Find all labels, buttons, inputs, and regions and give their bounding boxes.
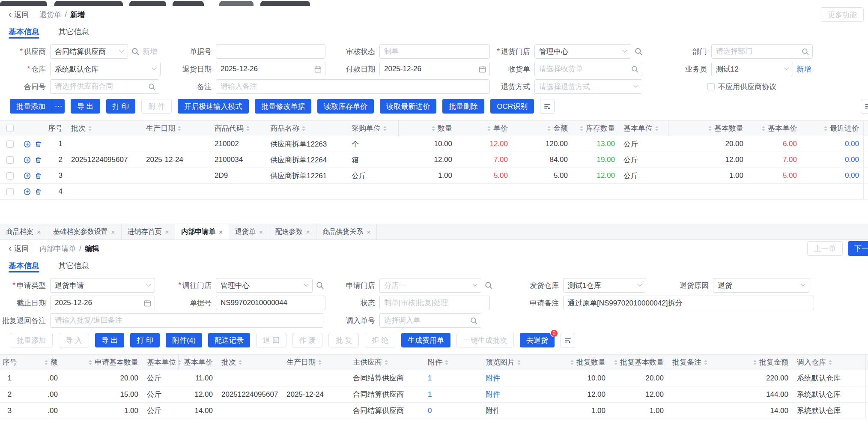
sort-icon[interactable] bbox=[88, 126, 92, 131]
ocr-button[interactable]: OCR识别 bbox=[490, 99, 534, 114]
supplier-select[interactable]: 合同结算供应商 bbox=[50, 44, 128, 59]
edge-clipped-icon[interactable] bbox=[861, 99, 868, 114]
browser-tab[interactable] bbox=[0, 1, 47, 6]
table-row[interactable]: 3 .00 1.00 公斤 14.00 合同结算供应商 0 附件 1.00 1.… bbox=[0, 403, 868, 419]
sort-icon[interactable] bbox=[487, 126, 491, 131]
browser-tab[interactable] bbox=[129, 1, 166, 6]
sort-icon[interactable] bbox=[302, 126, 305, 131]
approve-button[interactable]: 批 复 bbox=[328, 333, 359, 347]
tab[interactable]: 其它信息 bbox=[58, 257, 89, 274]
table-row[interactable]: 1 .00 20.00 公斤 11.00 合同结算供应商 1 附件 10.00 … bbox=[0, 370, 868, 386]
department-input[interactable] bbox=[711, 44, 813, 59]
remark-input[interactable] bbox=[216, 79, 490, 94]
receipt-input[interactable] bbox=[534, 62, 642, 76]
window-tab[interactable]: 进销存首页 × bbox=[122, 224, 176, 239]
attachment-count-link[interactable]: 1 bbox=[428, 374, 432, 383]
window-tab[interactable]: 配送参数 × bbox=[269, 224, 316, 239]
return-store-select[interactable]: 管理中心 bbox=[534, 44, 631, 59]
return-back-button[interactable]: 退 回 bbox=[256, 333, 286, 347]
sort-icon[interactable] bbox=[824, 126, 827, 131]
deadline-input[interactable]: 2025-12-26 bbox=[50, 296, 155, 310]
add-row-icon[interactable] bbox=[24, 156, 31, 164]
search-icon[interactable] bbox=[316, 281, 324, 289]
column-settings-icon[interactable] bbox=[540, 99, 555, 114]
window-tab[interactable]: 基础档案参数设置 × bbox=[47, 224, 122, 239]
attachment-count-link[interactable]: 1 bbox=[428, 390, 432, 399]
print-button[interactable]: 打 印 bbox=[106, 99, 136, 114]
close-icon[interactable]: × bbox=[367, 228, 371, 236]
return-date-input[interactable]: 2025-12-26 bbox=[216, 62, 325, 76]
tab[interactable]: 基本信息 bbox=[9, 257, 39, 274]
go-return-button[interactable]: 去退货 bbox=[520, 333, 555, 347]
table-row[interactable]: 4 bbox=[0, 184, 868, 200]
sort-icon[interactable] bbox=[432, 126, 435, 131]
sort-icon[interactable] bbox=[385, 360, 388, 365]
preview-link[interactable]: 附件 bbox=[486, 373, 500, 383]
next-doc-button[interactable]: 下一单 bbox=[848, 241, 868, 256]
sort-icon[interactable] bbox=[383, 126, 387, 131]
speed-input-mode-button[interactable]: 开启极速输入模式 bbox=[178, 99, 249, 114]
reject-button[interactable]: 拒 绝 bbox=[365, 333, 395, 347]
sort-icon[interactable] bbox=[89, 360, 92, 365]
batch-edit-button[interactable]: 批量修改单据 bbox=[255, 99, 311, 114]
to-store-select[interactable]: 管理中心 bbox=[216, 278, 313, 293]
sort-icon[interactable] bbox=[704, 360, 707, 365]
search-icon[interactable] bbox=[485, 281, 492, 289]
tab[interactable]: 其它信息 bbox=[58, 23, 89, 40]
apply-type-select[interactable]: 退货申请 bbox=[50, 278, 155, 293]
search-icon[interactable] bbox=[802, 48, 809, 55]
add-row-icon[interactable] bbox=[24, 188, 31, 195]
close-icon[interactable]: × bbox=[219, 228, 223, 236]
preview-link[interactable]: 附件 bbox=[486, 406, 500, 416]
batch-delete-button[interactable]: 批量删除 bbox=[442, 99, 484, 114]
search-icon[interactable] bbox=[631, 66, 638, 73]
sort-icon[interactable] bbox=[239, 360, 242, 365]
delivery-record-button[interactable]: 配送记录 bbox=[208, 333, 250, 347]
back-button[interactable]: ‹返回 bbox=[9, 10, 29, 20]
sort-icon[interactable] bbox=[547, 126, 551, 131]
table-row[interactable]: 2 .00 15.00 公斤 12.00 20251224095607 2025… bbox=[0, 386, 868, 403]
apply-store-select[interactable]: 分店一 bbox=[379, 278, 481, 293]
sort-icon[interactable] bbox=[445, 360, 448, 365]
sort-icon[interactable] bbox=[614, 360, 617, 365]
close-icon[interactable]: × bbox=[259, 228, 263, 236]
void-button[interactable]: 作 废 bbox=[292, 333, 323, 347]
supplier-new-link[interactable]: 新增 bbox=[143, 47, 157, 57]
apply-docno-input[interactable] bbox=[216, 296, 325, 310]
batch-add-button[interactable]: 批量添加 bbox=[10, 333, 53, 347]
generate-fee-button[interactable]: 生成费用单 bbox=[401, 333, 450, 347]
close-icon[interactable]: × bbox=[165, 228, 169, 236]
sort-icon[interactable] bbox=[517, 360, 521, 365]
browser-tab[interactable] bbox=[260, 1, 310, 6]
attachment-button[interactable]: 附 件 bbox=[141, 99, 172, 114]
batch-add-button[interactable]: 批量添加 bbox=[10, 99, 52, 114]
close-icon[interactable]: × bbox=[111, 228, 115, 236]
row-checkbox[interactable] bbox=[6, 141, 14, 148]
sort-icon[interactable] bbox=[570, 360, 574, 365]
close-icon[interactable]: × bbox=[306, 228, 310, 236]
delete-row-icon[interactable] bbox=[35, 141, 42, 148]
preview-link[interactable]: 附件 bbox=[486, 389, 500, 399]
browser-tab[interactable] bbox=[54, 1, 123, 6]
return-method-select[interactable]: 请选择退货方式 bbox=[534, 79, 642, 94]
sort-icon[interactable] bbox=[655, 126, 659, 131]
read-stock-price-button[interactable]: 读取库存单价 bbox=[317, 99, 374, 114]
warehouse-select[interactable]: 系统默认仓库 bbox=[50, 62, 161, 76]
browser-tab[interactable] bbox=[173, 1, 204, 6]
sort-icon[interactable] bbox=[708, 126, 712, 131]
apply-remark-input[interactable] bbox=[563, 296, 814, 310]
return-reason-select[interactable]: 退货 bbox=[713, 278, 809, 293]
more-functions-button[interactable]: 更多功能 bbox=[821, 7, 864, 22]
import-button[interactable]: 导 入 bbox=[59, 333, 89, 347]
add-row-icon[interactable] bbox=[24, 172, 31, 180]
browser-tab[interactable] bbox=[219, 1, 254, 6]
delete-row-icon[interactable] bbox=[35, 188, 42, 195]
audit-status-input[interactable] bbox=[379, 44, 490, 59]
window-tab[interactable]: 商品供货关系 × bbox=[316, 224, 377, 239]
sort-icon[interactable] bbox=[45, 360, 48, 365]
row-checkbox[interactable] bbox=[6, 156, 14, 164]
salesman-new-link[interactable]: 新增 bbox=[796, 64, 811, 74]
sort-icon[interactable] bbox=[179, 360, 181, 365]
export-button[interactable]: 导 出 bbox=[71, 99, 100, 114]
table-row[interactable]: 3 2D9 供应商拆单12261 公斤 1.00 5.00 5.00 12.00… bbox=[0, 168, 868, 184]
